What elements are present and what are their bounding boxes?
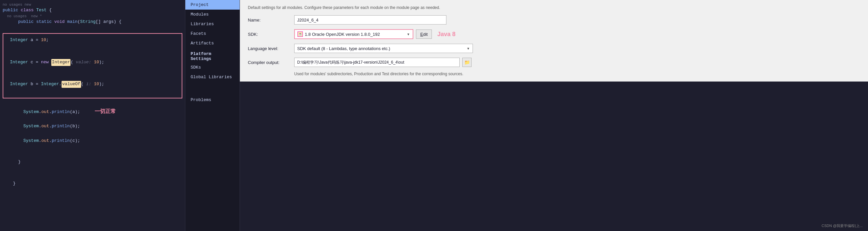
platform-settings-label: Platform Settings: [185, 48, 240, 63]
folder-icon: 📁: [464, 60, 470, 65]
code-line-blank1: [7, 51, 178, 59]
sdk-label: SDK:: [248, 32, 294, 37]
meta-line-2: no usages new *: [0, 14, 185, 18]
compiler-label: Compiler output:: [248, 60, 294, 65]
tree-item-facets[interactable]: Facets: [185, 29, 240, 38]
sdk-icon: ☕: [298, 31, 303, 37]
settings-row-sdk: SDK: ☕ 1.8 Oracle OpenJDK version 1.8.0_…: [248, 29, 860, 39]
code-line-close-class: }: [0, 173, 185, 194]
code-line-println-c: System.out.println(c);: [0, 137, 185, 152]
language-label: Language level:: [248, 46, 294, 51]
name-label: Name:: [248, 18, 294, 23]
code-line-class: public class Test {: [0, 7, 185, 14]
settings-wrapper: Default settings for all modules. Config…: [240, 0, 868, 231]
code-line-main: public static void main(String[] args) {: [0, 18, 185, 33]
language-dropdown-arrow: ▼: [467, 47, 470, 50]
settings-row-language: Language level: SDK default (8 - Lambdas…: [248, 44, 860, 53]
annotation-normal: 一切正常: [95, 107, 116, 116]
sdk-row-controls: ☕ 1.8 Oracle OpenJDK version 1.8.0_192 ▼…: [294, 29, 455, 39]
folder-browse-button[interactable]: 📁: [462, 58, 471, 67]
tree-item-artifacts[interactable]: Artifacts: [185, 38, 240, 48]
code-line-b: Integer b = Integer.valueOf( i: 10);: [7, 81, 178, 95]
sdk-dropdown-arrow: ▼: [407, 32, 410, 36]
code-line-close-method: }: [0, 151, 185, 173]
settings-panel: Default settings for all modules. Config…: [240, 0, 868, 82]
project-tree: Project Modules Libraries Facets Artifac…: [185, 0, 240, 231]
code-line-blank2: [7, 73, 178, 81]
compiler-row-controls: 📁: [294, 58, 471, 67]
settings-row-name: Name:: [248, 15, 860, 25]
settings-row-compiler: Compiler output: 📁: [248, 58, 860, 67]
compiler-note: Used for modules' subdirectories, Produc…: [294, 71, 860, 76]
language-dropdown[interactable]: SDK default (8 - Lambdas, type annotatio…: [294, 44, 473, 53]
code-line-println-a: System.out.println(a); 一切正常: [0, 107, 185, 123]
code-editor: no usages new public class Test { no usa…: [0, 0, 185, 231]
sdk-dropdown[interactable]: ☕ 1.8 Oracle OpenJDK version 1.8.0_192 ▼: [294, 29, 413, 39]
meta-line-1: no usages new: [0, 3, 185, 7]
watermark: CSDN @我要学编程(上...: [822, 223, 863, 228]
code-line-println-b: System.out.println(b);: [0, 123, 185, 137]
code-line-a: Integer a = 10;: [7, 36, 178, 51]
sdk-edit-button[interactable]: Edit: [416, 29, 432, 39]
tree-item-sdks[interactable]: SDKs: [185, 63, 240, 72]
compiler-input[interactable]: [294, 58, 460, 67]
java8-label: Java 8: [437, 31, 455, 38]
code-line-c: Integer c = new Integer( value: 10);: [7, 59, 178, 73]
settings-description: Default settings for all modules. Config…: [248, 5, 860, 10]
code-line-blank3: [0, 99, 185, 107]
tree-item-modules[interactable]: Modules: [185, 10, 240, 19]
code-highlighted-block: Integer a = 10; Integer c = new Integer(…: [3, 33, 182, 98]
tree-item-global-libraries[interactable]: Global Libraries: [185, 72, 240, 82]
name-input[interactable]: [294, 15, 446, 25]
tree-item-libraries[interactable]: Libraries: [185, 19, 240, 29]
tree-item-project[interactable]: Project: [185, 0, 240, 10]
tree-item-problems[interactable]: Problems: [185, 95, 240, 105]
